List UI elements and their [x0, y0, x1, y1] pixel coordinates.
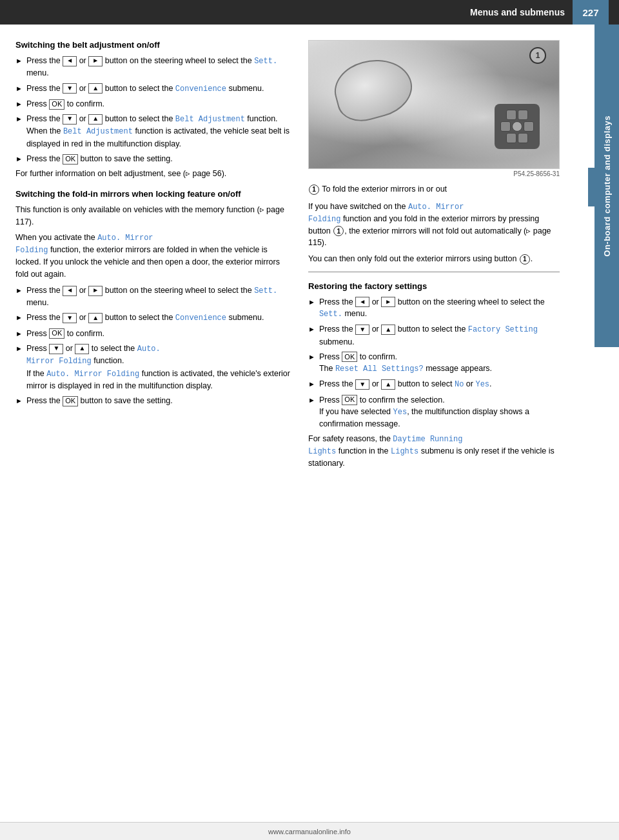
bullet-b2-text: Press the ▼ or ▲ button to select the Co…	[26, 83, 293, 95]
btn-ok4: OK	[63, 396, 78, 406]
ctrl-btn-center	[512, 121, 522, 132]
btn-down5: ▼	[355, 325, 369, 335]
bullet-arrow: ►	[308, 297, 315, 308]
ctrl-row-mid	[500, 121, 534, 132]
btn-up2: ▲	[88, 114, 103, 125]
bullet-c3: ► Press OK to confirm.	[15, 328, 293, 339]
bullet-d2-text: Press the ▼ or ▲ button to select the Fa…	[319, 323, 560, 348]
image-description: 1 To fold the exterior mirrors in or out	[308, 184, 560, 195]
bullet-d1: ► Press the ◄ or ► button on the steerin…	[308, 296, 560, 321]
bullet-c3-text: Press OK to confirm.	[26, 328, 293, 339]
bullet-c4-text: Press ▼ or ▲ to select the Auto.Mirror F…	[26, 343, 293, 392]
btn-up3: ▲	[88, 313, 103, 323]
btn-ok: OK	[49, 99, 64, 110]
bullet-arrow: ►	[15, 286, 23, 296]
bullet-arrow: ►	[15, 154, 23, 165]
btn-left: ◄	[63, 56, 77, 66]
bullet-arrow: ►	[308, 325, 315, 335]
btn-up5: ▲	[381, 325, 395, 335]
caption-text: To fold the exterior mirrors in or out	[322, 185, 447, 194]
bullet-b3-text: Press OK to confirm.	[26, 98, 293, 110]
bullet-b3: ► Press OK to confirm.	[15, 98, 293, 110]
circle-1-label: 1	[529, 47, 546, 64]
bullet-arrow: ►	[15, 344, 23, 354]
car-image-inner: 1	[309, 41, 559, 168]
btn-ok3: OK	[49, 328, 64, 339]
bullet-arrow: ►	[15, 114, 23, 125]
section3-heading: Restoring the factory settings	[308, 281, 560, 291]
btn-down4: ▼	[49, 344, 63, 354]
footer-url: www.carmanualonline.info	[268, 828, 351, 835]
bullet-arrow: ►	[15, 56, 23, 66]
ctrl-btn-bl	[506, 133, 516, 143]
section2-para2: When you activate the Auto. MirrorFoldin…	[15, 232, 293, 281]
bullet-b4-text: Press the ▼ or ▲ button to select the Be…	[26, 113, 293, 150]
bullet-b4: ► Press the ▼ or ▲ button to select the …	[15, 113, 293, 150]
circle-ref-1: 1	[333, 226, 344, 236]
circle-ref-2: 1	[520, 254, 530, 265]
bullet-c4: ► Press ▼ or ▲ to select the Auto.Mirror…	[15, 343, 293, 392]
image-container: 1 P54.25-8656-31	[308, 40, 560, 177]
btn-ok6: OK	[342, 395, 357, 405]
section1-heading: Switching the belt adjustment on/off	[15, 40, 293, 50]
ctrl-btn-tl	[506, 110, 516, 120]
btn-up4: ▲	[75, 344, 89, 354]
bullet-c1-text: Press the ◄ or ► button on the steering …	[26, 285, 293, 309]
ctrl-btn-br	[518, 133, 528, 143]
ctrl-btn-ml	[500, 121, 511, 132]
footer-bar: www.carmanualonline.info	[0, 822, 619, 840]
bullet-c5: ► Press the OK button to save the settin…	[15, 395, 293, 406]
bullet-c5-text: Press the OK button to save the setting.	[26, 395, 293, 406]
sidebar-label: On-board computer and displays	[594, 25, 619, 347]
bullet-d3-text: Press OK to confirm. The Reset All Setti…	[319, 351, 560, 375]
control-panel	[495, 104, 540, 149]
sidebar-label-text: On-board computer and displays	[602, 115, 612, 257]
image-caption-id: P54.25-8656-31	[308, 170, 560, 177]
btn-left2: ◄	[63, 286, 77, 296]
section3-para-final: For safety reasons, the Daytime RunningL…	[308, 433, 560, 470]
bullet-arrow: ►	[308, 352, 315, 363]
btn-ok5: OK	[342, 352, 357, 362]
main-content: Switching the belt adjustment on/off ► P…	[0, 25, 619, 489]
bullet-d4: ► Press the ▼ or ▲ button to select No o…	[308, 378, 560, 390]
btn-down: ▼	[63, 83, 77, 94]
header-title: Menus and submenus	[25, 7, 573, 17]
bullet-b5-text: Press the OK button to save the setting.	[26, 153, 293, 165]
bullet-d2: ► Press the ▼ or ▲ button to select the …	[308, 323, 560, 348]
btn-right2: ►	[88, 286, 103, 296]
section2-heading: Switching the fold-in mirrors when locki…	[15, 189, 293, 199]
btn-down3: ▼	[63, 313, 77, 323]
ctrl-btn-tr	[518, 110, 528, 120]
btn-left3: ◄	[355, 297, 369, 307]
ctrl-btn-mr	[524, 121, 534, 132]
mirror-shape	[328, 51, 418, 127]
header-bar: Menus and submenus 227	[0, 0, 619, 25]
car-image: 1	[308, 40, 560, 169]
caption-circle: 1	[309, 185, 319, 195]
bullet-c2: ► Press the ▼ or ▲ button to select the …	[15, 312, 293, 324]
right-column: 1 P54.25-8656-31 1 To fold the exterior …	[308, 40, 560, 474]
btn-up6: ▲	[381, 379, 395, 390]
bullet-arrow: ►	[15, 84, 23, 94]
bullet-arrow: ►	[15, 313, 23, 323]
bullet-d5-text: Press OK to confirm the selection. If yo…	[319, 394, 560, 430]
bullet-arrow: ►	[15, 396, 23, 406]
bullet-d1-text: Press the ◄ or ► button on the steering …	[319, 296, 560, 321]
bullet-d5: ► Press OK to confirm the selection. If …	[308, 394, 560, 430]
btn-up: ▲	[88, 83, 103, 94]
btn-ok2: OK	[63, 154, 78, 165]
btn-right: ►	[88, 56, 103, 66]
left-column: Switching the belt adjustment on/off ► P…	[15, 40, 293, 474]
right-para2: You can then only fold out the exterior …	[308, 253, 560, 265]
bullet-arrow: ►	[15, 329, 23, 339]
sidebar-marker	[588, 168, 594, 206]
bullet-c2-text: Press the ▼ or ▲ button to select the Co…	[26, 312, 293, 324]
bullet-d3: ► Press OK to confirm. The Reset All Set…	[308, 351, 560, 375]
ctrl-row-bot	[506, 133, 528, 143]
page-number: 227	[573, 0, 609, 25]
section2-para1: This function is only available on vehic…	[15, 204, 293, 228]
page-container: Menus and submenus 227 On-board computer…	[0, 0, 619, 840]
bullet-c1: ► Press the ◄ or ► button on the steerin…	[15, 285, 293, 309]
btn-right3: ►	[381, 297, 395, 307]
bullet-b1: ► Press the ◄ or ► button on the steerin…	[15, 55, 293, 79]
